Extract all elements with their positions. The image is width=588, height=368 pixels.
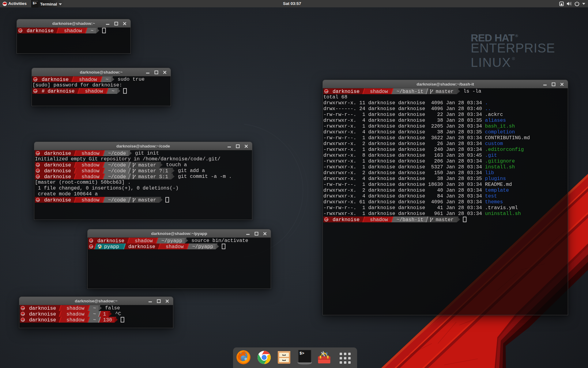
svg-text:darknoise: darknoise <box>97 238 124 243</box>
svg-text:shadow: shadow <box>166 244 184 249</box>
svg-text:~/bash-it: ~/bash-it <box>397 217 424 222</box>
svg-text:shadow: shadow <box>64 28 82 33</box>
svg-text:darknoise: darknoise <box>44 162 71 168</box>
svg-text:shadow: shadow <box>81 197 100 203</box>
svg-text:master S:1: master S:1 <box>138 174 168 179</box>
svg-text:darknoise: darknoise <box>29 317 56 323</box>
svg-text:~: ~ <box>111 88 115 94</box>
svg-text:shadow: shadow <box>81 174 100 179</box>
svg-text:darknoise: darknoise <box>27 28 54 33</box>
svg-text:darknoise: darknoise <box>29 311 56 317</box>
svg-text:~/code: ~/code <box>108 151 126 156</box>
svg-text:~/pyapp: ~/pyapp <box>161 238 182 243</box>
svg-text:shadow: shadow <box>66 305 85 311</box>
svg-text:master: master <box>436 89 454 94</box>
svg-text:shadow: shadow <box>66 311 85 317</box>
svg-text:pyapp: pyapp <box>104 244 119 249</box>
svg-text:shadow: shadow <box>81 151 100 156</box>
svg-text:~/code: ~/code <box>108 197 126 203</box>
svg-text:shadow: shadow <box>370 89 388 94</box>
svg-text:~: ~ <box>91 28 94 33</box>
svg-text:master: master <box>138 162 156 168</box>
svg-text:~/pyapp: ~/pyapp <box>192 244 213 249</box>
svg-text:master: master <box>138 197 156 203</box>
svg-text:darknoise: darknoise <box>29 305 56 311</box>
svg-text:shadow: shadow <box>85 88 103 94</box>
svg-text:shadow: shadow <box>79 77 97 82</box>
svg-text:$>: $> <box>300 351 304 356</box>
svg-text:130: 130 <box>103 317 112 323</box>
svg-text:darknoise: darknoise <box>333 217 360 222</box>
svg-text:darknoise: darknoise <box>128 244 155 249</box>
svg-text:shadow: shadow <box>135 238 153 243</box>
svg-text:~/code: ~/code <box>108 174 126 179</box>
svg-text:$>: $> <box>33 1 37 5</box>
svg-text:1: 1 <box>103 311 106 317</box>
svg-text:~: ~ <box>93 317 96 323</box>
svg-text:master: master <box>436 217 454 222</box>
svg-text:master ?:1: master ?:1 <box>138 168 168 174</box>
svg-text:~/code: ~/code <box>108 168 126 174</box>
svg-text:# darknoise: # darknoise <box>42 88 74 94</box>
svg-text:darknoise: darknoise <box>42 77 69 82</box>
svg-text:shadow: shadow <box>66 317 85 323</box>
svg-text:shadow: shadow <box>370 217 388 222</box>
svg-text:~/bash-it: ~/bash-it <box>397 89 424 94</box>
svg-text:~/code: ~/code <box>108 162 126 168</box>
svg-text:darknoise: darknoise <box>44 168 71 174</box>
svg-text:darknoise: darknoise <box>333 89 360 94</box>
svg-text:~: ~ <box>106 77 109 82</box>
svg-text:~: ~ <box>93 305 96 311</box>
svg-text:shadow: shadow <box>81 168 100 174</box>
svg-text:~: ~ <box>93 311 96 317</box>
svg-text:darknoise: darknoise <box>44 151 71 156</box>
svg-text:shadow: shadow <box>81 162 100 168</box>
svg-text:darknoise: darknoise <box>44 197 71 203</box>
svg-text:darknoise: darknoise <box>44 174 71 179</box>
